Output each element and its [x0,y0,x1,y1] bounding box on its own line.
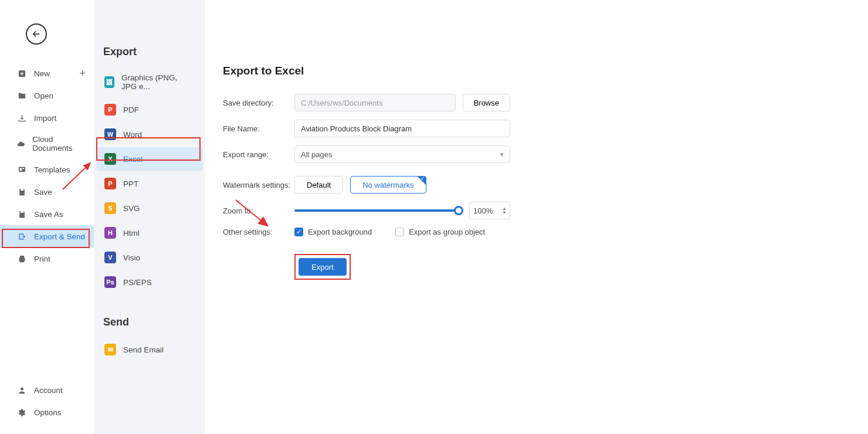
export-settings-panel: Export to Excel Save directory: Browse F… [205,0,868,434]
label-file-name: File Name: [223,124,294,133]
label-other: Other settings: [223,228,294,236]
plus-icon[interactable]: + [79,67,86,80]
save-directory-input[interactable] [294,94,456,111]
gear-icon [16,407,27,418]
save-as-icon [16,209,27,219]
svg-rect-10 [18,167,25,172]
svg-rect-11 [19,168,21,171]
format-pdf[interactable]: PPDF [96,98,203,121]
label-watermark: Watermark settings: [223,181,294,189]
watermark-none-button[interactable]: No watermarks [350,176,426,194]
label-export-range: Export range: [223,150,294,159]
sidebar-item-new[interactable]: New + [0,62,94,84]
excel-icon: X [104,153,116,165]
checkbox-checked-icon: ✓ [294,228,303,236]
svg-icon: S [104,202,116,214]
slider-thumb[interactable] [454,206,463,215]
import-icon [16,113,27,123]
format-excel[interactable]: XExcel [96,147,203,171]
export-button[interactable]: Export [299,258,347,276]
sidebar-item-export-send[interactable]: Export & Send [0,225,94,247]
panel-title: Export to Excel [223,65,510,77]
format-visio[interactable]: VVisio [96,246,203,269]
format-graphics[interactable]: 🖼Graphics (PNG, JPG e... [96,67,203,97]
browse-button[interactable]: Browse [463,94,510,111]
account-icon [16,385,27,395]
export-icon [16,231,27,242]
html-icon: H [104,227,116,239]
sidebar-item-account[interactable]: Account [0,379,94,401]
format-ppt[interactable]: PPPT [96,172,203,195]
sidebar-item-open[interactable]: Open [0,84,94,107]
zoom-slider[interactable] [294,209,459,212]
print-icon [16,253,27,264]
back-button[interactable] [26,23,47,45]
word-icon: W [104,128,116,140]
plus-square-icon [16,68,27,79]
svg-rect-13 [21,188,23,190]
save-icon [16,187,27,197]
label-zoom: Zoom to: [223,206,294,215]
checkbox-empty-icon [395,228,404,236]
templates-icon [16,164,27,175]
ps-icon: Ps [104,276,116,288]
format-html[interactable]: HHtml [96,221,203,245]
export-background-checkbox[interactable]: ✓ Export background [294,228,372,236]
sidebar-item-print[interactable]: Print [0,247,94,270]
sidebar-item-save[interactable]: Save [0,181,94,203]
sidebar-item-options[interactable]: Options [0,401,94,423]
sidebar-item-cloud[interactable]: Cloud Documents [0,129,94,158]
visio-icon: V [104,252,116,263]
svg-rect-14 [21,211,23,212]
sidebar-item-saveas[interactable]: Save As [0,203,94,225]
image-icon: 🖼 [104,76,114,88]
spinner-down-icon[interactable]: ▼ [502,211,507,215]
sidebar-item-templates[interactable]: Templates [0,158,94,181]
svg-point-15 [21,387,23,390]
mail-icon: ✉ [104,344,116,355]
send-email[interactable]: ✉Send Email [96,338,203,361]
export-range-select[interactable]: All pages ▾ [294,145,510,163]
file-name-input[interactable] [294,120,510,137]
send-heading: Send [94,311,205,337]
watermark-default-button[interactable]: Default [294,176,343,194]
folder-icon [16,90,27,101]
format-ps[interactable]: PsPS/EPS [96,270,203,294]
cloud-icon [16,138,25,149]
export-formats-panel: Export 🖼Graphics (PNG, JPG e... PPDF WWo… [94,0,205,434]
ppt-icon: P [104,178,116,189]
svg-rect-12 [22,168,24,169]
export-heading: Export [94,41,205,66]
format-svg[interactable]: SSVG [96,196,203,220]
label-save-directory: Save directory: [223,99,294,107]
annotation-box-export-button: Export [294,254,351,280]
file-menu-sidebar: New + Open Import Cloud Documents Templa… [0,0,94,434]
format-word[interactable]: WWord [96,123,203,146]
chevron-down-icon: ▾ [500,151,504,158]
pdf-icon: P [104,104,116,116]
sidebar-item-import[interactable]: Import [0,107,94,129]
export-group-checkbox[interactable]: Export as group object [395,228,485,236]
zoom-spinner[interactable]: 100% ▲▼ [469,202,510,219]
